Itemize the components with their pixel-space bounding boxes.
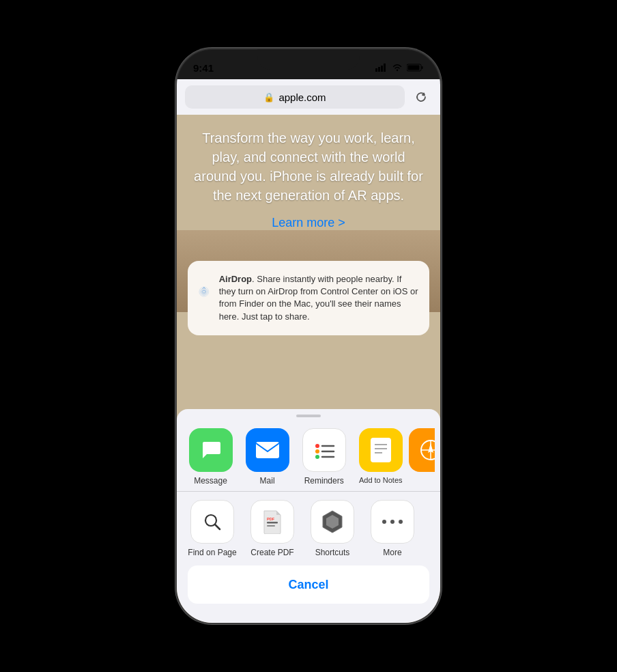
svg-point-16 — [315, 449, 319, 453]
svg-point-38 — [399, 520, 403, 524]
actions-row: Find on Page PDF Create PDF — [177, 492, 440, 563]
share-app-notes[interactable]: Add to Notes — [352, 428, 409, 484]
partial-app-icon — [409, 428, 435, 472]
share-app-message[interactable]: Message — [182, 428, 239, 486]
svg-point-37 — [390, 520, 394, 524]
lock-icon: 🔒 — [263, 92, 274, 102]
reload-icon — [414, 90, 428, 104]
notes-label: Add to Notes — [359, 476, 403, 484]
shortcuts-icon — [311, 500, 354, 544]
find-on-page-icon — [190, 500, 234, 544]
ellipsis-icon — [381, 517, 404, 527]
svg-rect-14 — [256, 442, 279, 458]
learn-more-link[interactable]: Learn more > — [177, 216, 440, 230]
svg-line-30 — [215, 524, 220, 529]
address-bar[interactable]: 🔒 apple.com — [185, 85, 405, 109]
airdrop-description: AirDrop. Share instantly with people nea… — [219, 273, 418, 323]
svg-rect-32 — [267, 525, 275, 527]
action-create-pdf[interactable]: PDF Create PDF — [242, 500, 302, 557]
mail-envelope-icon — [255, 440, 281, 460]
message-label: Message — [194, 476, 227, 486]
create-pdf-label: Create PDF — [250, 548, 293, 557]
wifi-icon — [392, 64, 403, 72]
share-app-partial — [409, 428, 435, 472]
find-on-page-label: Find on Page — [188, 548, 236, 557]
cancel-label: Cancel — [288, 578, 328, 592]
mail-label: Mail — [260, 476, 275, 486]
partial-safari-icon — [418, 438, 435, 462]
notes-app-icon — [359, 428, 403, 472]
action-find-on-page[interactable]: Find on Page — [182, 500, 242, 557]
signal-icon — [375, 64, 388, 72]
battery-icon — [407, 64, 424, 72]
more-icon — [371, 500, 414, 544]
svg-point-17 — [315, 455, 319, 459]
pdf-doc-icon: PDF — [261, 509, 283, 534]
reminders-label: Reminders — [304, 476, 344, 486]
cancel-button[interactable]: Cancel — [188, 565, 429, 604]
svg-rect-1 — [378, 67, 380, 72]
shortcuts-hexagon-icon — [321, 509, 344, 534]
message-bubble-icon — [199, 438, 223, 462]
action-shortcuts[interactable]: Shortcuts — [302, 500, 362, 557]
status-icons — [375, 64, 424, 72]
svg-point-15 — [315, 444, 319, 448]
svg-rect-21 — [371, 438, 391, 462]
action-more[interactable]: More — [362, 500, 422, 557]
share-app-reminders[interactable]: Reminders — [296, 428, 352, 486]
more-label: More — [383, 548, 401, 557]
svg-rect-2 — [381, 66, 383, 72]
notch — [257, 49, 360, 70]
share-app-mail[interactable]: Mail — [239, 428, 296, 486]
share-sheet: Message Mail — [177, 409, 440, 623]
airdrop-tooltip: AirDrop. Share instantly with people nea… — [188, 261, 429, 335]
mail-app-icon — [246, 428, 289, 472]
status-time: 9:41 — [193, 62, 214, 74]
svg-text:PDF: PDF — [267, 517, 275, 521]
airdrop-title: AirDrop. Share instantly with people nea… — [219, 274, 418, 322]
browser-chrome: 🔒 apple.com — [177, 79, 440, 115]
reminders-app-icon — [302, 428, 346, 472]
svg-marker-28 — [428, 443, 433, 453]
create-pdf-icon: PDF — [250, 500, 294, 544]
svg-point-8 — [203, 290, 205, 293]
message-icon — [189, 428, 233, 472]
phone-frame: 9:41 🔒 apple.com — [175, 48, 442, 624]
url-text: apple.com — [278, 92, 326, 103]
magnifier-icon — [203, 512, 222, 531]
svg-point-9 — [202, 290, 207, 294]
page-body-text: Transform the way you work, learn, play,… — [177, 115, 440, 212]
svg-rect-6 — [422, 66, 423, 69]
apps-row: Message Mail — [177, 417, 440, 491]
notes-paper-icon — [369, 436, 393, 464]
svg-point-4 — [397, 70, 398, 71]
airdrop-icon — [199, 273, 210, 309]
svg-rect-3 — [384, 64, 386, 72]
reminders-list-icon — [311, 436, 338, 464]
svg-point-36 — [382, 520, 386, 524]
reload-button[interactable] — [410, 86, 432, 108]
shortcuts-label: Shortcuts — [315, 548, 350, 557]
svg-rect-0 — [375, 68, 377, 72]
svg-rect-31 — [267, 522, 278, 524]
svg-rect-7 — [408, 66, 420, 70]
